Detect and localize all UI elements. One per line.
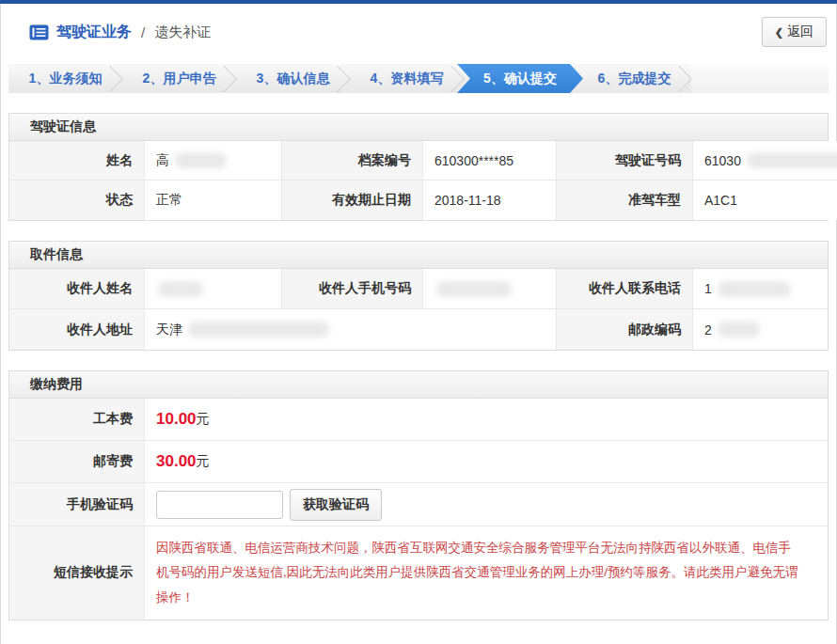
recipient-mobile-value <box>423 269 557 309</box>
license-info-table: 姓名 高 档案编号 610300****85 驾驶证号码 61030 状态 正常… <box>9 141 828 220</box>
expiry-date-value: 2018-11-18 <box>423 181 557 220</box>
production-fee-label: 工本费 <box>9 399 145 441</box>
license-info-section: 驾驶证信息 姓名 高 档案编号 610300****85 驾驶证号码 61030… <box>8 113 829 221</box>
redacted-license-number <box>747 152 837 168</box>
production-fee-value: 10.00 元 <box>145 399 828 441</box>
redacted-recipient-mobile <box>436 281 512 297</box>
license-number-text: 61030 <box>704 153 741 168</box>
expiry-date-label: 有效期止日期 <box>282 181 423 220</box>
status-value: 正常 <box>145 181 282 220</box>
vehicle-class-label: 准驾车型 <box>557 181 693 220</box>
step-label: 5、确认提交 <box>483 71 557 87</box>
license-number-value: 61030 <box>693 141 837 181</box>
list-icon <box>29 24 49 40</box>
step-label: 6、完成提交 <box>598 71 671 87</box>
file-number-value: 610300****85 <box>423 141 557 181</box>
sms-notice-cell: 因陕西省联通、电信运营商技术问题，陕西省互联网交通安全综合服务管理平台无法向持陕… <box>145 526 828 620</box>
recipient-address-text: 天津 <box>156 322 182 338</box>
step-item-3[interactable]: 3、确认信息 <box>236 64 350 93</box>
recipient-name-label: 收件人姓名 <box>9 269 145 309</box>
recipient-address-label: 收件人地址 <box>9 309 145 350</box>
step-bar-filler <box>691 64 829 93</box>
recipient-mobile-label: 收件人手机号码 <box>282 269 423 309</box>
fees-section: 缴纳费用 工本费 10.00 元 邮寄费 30.00 元 手机验证码 获取验证码… <box>8 370 829 620</box>
recipient-phone-value: 1 <box>693 269 828 309</box>
section-title: 缴纳费用 <box>9 371 828 399</box>
redacted-name <box>175 152 227 168</box>
postal-code-value: 2 <box>693 309 828 350</box>
sms-notice-label: 短信接收提示 <box>9 526 145 620</box>
sms-code-row: 获取验证码 <box>145 483 828 526</box>
page-title: 驾驶证业务 <box>56 23 132 42</box>
step-label: 3、确认信息 <box>257 71 330 87</box>
chevron-left-icon: ❮ <box>775 26 783 39</box>
page-container: 驾驶证业务 / 遗失补证 ❮ 返回 1、业务须知 2、用户申告 3、确认信息 4… <box>0 4 837 644</box>
production-fee-unit: 元 <box>197 411 210 428</box>
vehicle-class-value: A1C1 <box>693 181 837 220</box>
step-item-4[interactable]: 4、资料填写 <box>350 64 464 93</box>
step-label: 2、用户申告 <box>143 71 216 87</box>
redacted-recipient-address <box>188 322 329 338</box>
step-wizard-bar: 1、业务须知 2、用户申告 3、确认信息 4、资料填写 5、确认提交 6、完成提… <box>8 64 829 93</box>
breadcrumb-separator: / <box>141 24 145 40</box>
sms-code-label: 手机验证码 <box>9 483 145 526</box>
postage-fee-label: 邮寄费 <box>9 441 145 483</box>
postal-code-text: 2 <box>704 322 712 338</box>
back-button-label: 返回 <box>787 24 813 40</box>
get-sms-code-button[interactable]: 获取验证码 <box>290 489 382 521</box>
section-title: 取件信息 <box>9 242 828 269</box>
step-item-2[interactable]: 2、用户申告 <box>122 64 236 93</box>
page-subtitle: 遗失补证 <box>154 24 211 41</box>
postage-fee-value: 30.00 元 <box>145 441 828 483</box>
name-value-text: 高 <box>156 152 169 169</box>
license-number-label: 驾驶证号码 <box>557 141 693 181</box>
name-value: 高 <box>145 141 282 181</box>
back-button[interactable]: ❮ 返回 <box>762 17 827 47</box>
postage-fee-unit: 元 <box>197 453 210 470</box>
step-label: 1、业务须知 <box>29 71 103 87</box>
step-item-6[interactable]: 6、完成提交 <box>577 64 691 93</box>
postal-code-label: 邮政编码 <box>557 309 693 350</box>
fees-table: 工本费 10.00 元 邮寄费 30.00 元 手机验证码 获取验证码 短信接收… <box>9 399 828 620</box>
section-title: 驾驶证信息 <box>9 114 828 141</box>
postage-fee-amount: 30.00 <box>156 452 197 471</box>
recipient-name-value <box>145 269 282 309</box>
recipient-phone-label: 收件人联系电话 <box>557 269 693 309</box>
redacted-postal-code <box>718 322 760 338</box>
form-footer: 上一步 完成 <box>1 620 836 644</box>
name-label: 姓名 <box>9 141 145 181</box>
app-header: 驾驶证业务 / 遗失补证 ❮ 返回 <box>1 4 836 60</box>
pickup-info-table: 收件人姓名 收件人手机号码 收件人联系电话 1 收件人地址 天津 邮政编码 <box>9 269 828 350</box>
file-number-label: 档案编号 <box>282 141 423 181</box>
recipient-address-value: 天津 <box>145 309 557 350</box>
redacted-recipient-name <box>158 281 203 297</box>
step-item-5-active[interactable]: 5、确认提交 <box>457 64 583 93</box>
step-label: 4、资料填写 <box>371 71 444 87</box>
production-fee-amount: 10.00 <box>156 410 197 429</box>
recipient-phone-text: 1 <box>704 281 712 296</box>
sms-notice-text: 因陕西省联通、电信运营商技术问题，陕西省互联网交通安全综合服务管理平台无法向持陕… <box>156 526 816 620</box>
pickup-info-section: 取件信息 收件人姓名 收件人手机号码 收件人联系电话 1 收件人地址 天津 <box>8 241 829 351</box>
redacted-recipient-phone <box>718 281 791 297</box>
status-label: 状态 <box>9 181 145 220</box>
step-item-1[interactable]: 1、业务须知 <box>8 64 122 93</box>
sms-code-input[interactable] <box>156 491 283 519</box>
breadcrumb: 驾驶证业务 / 遗失补证 <box>29 23 211 42</box>
